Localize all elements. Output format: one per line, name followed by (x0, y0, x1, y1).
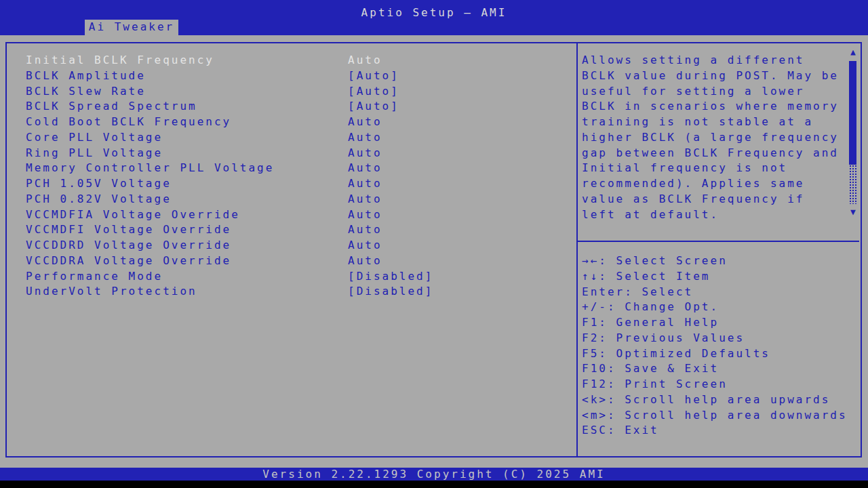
version-text: Version 2.22.1293 Copyright (C) 2025 AMI (262, 468, 605, 481)
menu-item-pch-1-05v-voltage[interactable]: PCH 1.05V Voltage Auto (26, 176, 561, 192)
menu-item-label: Performance Mode (26, 269, 348, 285)
menu-item-value: Auto (348, 115, 382, 130)
menu-item-value: Auto (348, 238, 382, 253)
hotkey-f10-save-exit: F10: Save & Exit (582, 361, 853, 377)
menu-item-value: Auto (348, 192, 382, 207)
menu-item-label: Core PLL Voltage (26, 130, 348, 146)
menu-item-label: VCCMDFI Voltage Override (26, 222, 348, 238)
scroll-down-icon[interactable]: ▼ (848, 207, 859, 217)
help-scrollbar[interactable]: ▲ ▼ (848, 47, 859, 217)
help-description: Allows setting a different BCLK value du… (582, 53, 844, 222)
menu-item-vccmdfia-voltage-override[interactable]: VCCMDFIA Voltage Override Auto (26, 207, 561, 223)
menu-item-value: Auto (348, 176, 382, 192)
scroll-up-icon[interactable]: ▲ (848, 47, 859, 57)
hotkey-change-opt: +/-: Change Opt. (582, 300, 853, 315)
menu-item-cold-boot-bclk-frequency[interactable]: Cold Boot BCLK Frequency Auto (26, 115, 561, 130)
menu-item-value: Auto (348, 53, 382, 68)
hotkey-f1-help: F1: General Help (582, 315, 853, 331)
menu-item-bclk-slew-rate[interactable]: BCLK Slew Rate [Auto] (26, 84, 561, 100)
menu-item-core-pll-voltage[interactable]: Core PLL Voltage Auto (26, 130, 561, 146)
menu-item-pch-0-82v-voltage[interactable]: PCH 0.82V Voltage Auto (26, 192, 561, 207)
menu-item-performance-mode[interactable]: Performance Mode [Disabled] (26, 269, 561, 285)
menu-item-label: UnderVolt Protection (26, 284, 348, 300)
tab-label: Ai Tweaker (89, 20, 174, 35)
menu-item-value: [Auto] (348, 99, 399, 115)
hotkey-f5-defaults: F5: Optimized Defaults (582, 346, 853, 362)
menu-item-bclk-amplitude[interactable]: BCLK Amplitude [Auto] (26, 68, 561, 84)
menu-item-value: Auto (348, 161, 382, 176)
menu-item-memory-controller-pll-voltage[interactable]: Memory Controller PLL Voltage Auto (26, 161, 561, 176)
panel-vertical-divider (576, 42, 578, 458)
menu-item-label: VCCMDFIA Voltage Override (26, 207, 348, 223)
settings-menu: Initial BCLK Frequency Auto BCLK Amplitu… (26, 53, 561, 300)
menu-item-label: Ring PLL Voltage (26, 146, 348, 161)
menu-item-initial-bclk-frequency[interactable]: Initial BCLK Frequency Auto (26, 53, 561, 68)
hotkey-select-item: ↑↓: Select Item (582, 269, 853, 285)
menu-item-label: BCLK Spread Spectrum (26, 99, 348, 115)
menu-item-label: BCLK Slew Rate (26, 84, 348, 100)
menu-item-value: Auto (348, 146, 382, 161)
menu-item-vccddrd-voltage-override[interactable]: VCCDDRD Voltage Override Auto (26, 238, 561, 253)
scrollbar-thumb[interactable] (849, 61, 856, 165)
menu-item-value: [Auto] (348, 68, 399, 84)
menu-item-vccddra-voltage-override[interactable]: VCCDDRA Voltage Override Auto (26, 253, 561, 269)
menu-item-ring-pll-voltage[interactable]: Ring PLL Voltage Auto (26, 146, 561, 161)
menu-item-label: Cold Boot BCLK Frequency (26, 115, 348, 130)
menu-item-vccmdfi-voltage-override[interactable]: VCCMDFI Voltage Override Auto (26, 222, 561, 238)
menu-item-value: Auto (348, 253, 382, 269)
menu-item-label: PCH 1.05V Voltage (26, 176, 348, 192)
hotkey-legend: →←: Select Screen ↑↓: Select Item Enter:… (582, 253, 853, 439)
menu-item-label: VCCDDRA Voltage Override (26, 253, 348, 269)
menu-item-bclk-spread-spectrum[interactable]: BCLK Spread Spectrum [Auto] (26, 99, 561, 115)
menu-item-value: [Disabled] (348, 269, 433, 285)
menu-item-label: BCLK Amplitude (26, 68, 348, 84)
menu-item-value: Auto (348, 222, 382, 238)
hotkey-enter-select: Enter: Select (582, 285, 853, 300)
bottom-black-strip (0, 481, 868, 488)
hotkey-esc-exit: ESC: Exit (582, 423, 853, 439)
hotkey-f12-print: F12: Print Screen (582, 377, 853, 392)
menu-item-undervolt-protection[interactable]: UnderVolt Protection [Disabled] (26, 284, 561, 300)
menu-item-value: Auto (348, 130, 382, 146)
hotkey-select-screen: →←: Select Screen (582, 253, 853, 269)
help-panel-divider (578, 241, 859, 242)
menu-item-label: VCCDDRD Voltage Override (26, 238, 348, 253)
menu-item-value: [Disabled] (348, 284, 433, 300)
hotkey-f2-previous: F2: Previous Values (582, 331, 853, 346)
hotkey-k-scroll-up: <k>: Scroll help area upwards (582, 392, 853, 408)
app-title: Aptio Setup – AMI (0, 5, 868, 21)
menu-item-label: Initial BCLK Frequency (26, 53, 348, 68)
menu-item-label: Memory Controller PLL Voltage (26, 161, 348, 176)
menu-item-value: Auto (348, 207, 382, 223)
menu-item-value: [Auto] (348, 84, 399, 100)
scrollbar-track[interactable] (849, 165, 856, 204)
menu-item-label: PCH 0.82V Voltage (26, 192, 348, 207)
bios-setup-screen: Aptio Setup – AMI Ai Tweaker Initial BCL… (0, 0, 868, 488)
version-bar: Version 2.22.1293 Copyright (C) 2025 AMI (0, 468, 868, 481)
hotkey-m-scroll-down: <m>: Scroll help area downwards (582, 408, 853, 424)
tab-ai-tweaker[interactable]: Ai Tweaker (85, 20, 178, 35)
